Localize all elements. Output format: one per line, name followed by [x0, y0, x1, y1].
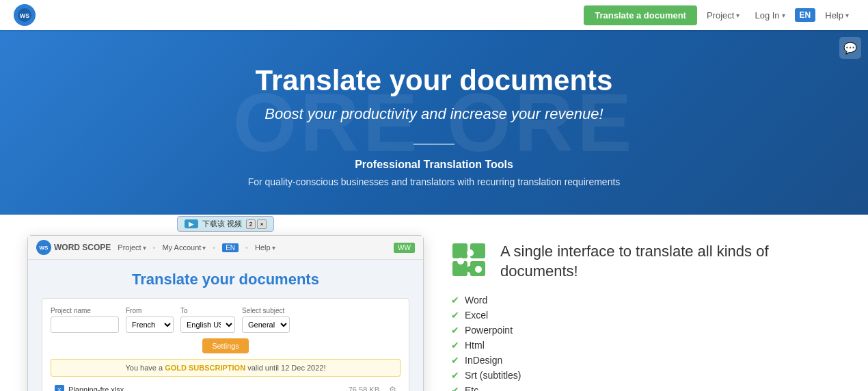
file-size-1: 76.58 KB: [349, 386, 379, 391]
check-icon: ✔: [451, 310, 459, 321]
hero-section: ORE ORE 💬 Translate your documents Boost…: [0, 30, 868, 215]
svg-point-7: [457, 258, 464, 265]
feature-list: ✔Word ✔Excel ✔Powerpoint ✔Html ✔InDesign…: [451, 295, 841, 391]
subject-group: Select subject General: [242, 307, 290, 333]
hero-subtitle: Boost your productivity and increase you…: [14, 105, 854, 123]
navbar-logo: WS: [14, 4, 38, 26]
feature-item-indesign: InDesign: [465, 355, 502, 366]
app-my-account-menu[interactable]: My Account ▾: [162, 243, 206, 252]
project-name-label: Project name: [51, 307, 119, 314]
app-logo-text: WORD SCOPE: [54, 243, 111, 252]
video-download-bar: ▶ 下载该 视频 2 ×: [177, 216, 274, 232]
main-navbar: WS Translate a document Project ▾ Log In…: [0, 0, 868, 30]
check-icon: ✔: [451, 295, 459, 306]
hero-divider: [413, 144, 455, 145]
feature-item-powerpoint: Powerpoint: [465, 325, 513, 336]
list-item: ✔Excel: [451, 310, 841, 321]
navbar-right: Translate a document Project ▾ Log In ▾ …: [584, 5, 854, 25]
login-chevron-icon: ▾: [782, 12, 785, 19]
puzzle-icon: [451, 242, 489, 280]
translation-form: Project name From French To: [42, 298, 409, 391]
video-play-button[interactable]: ▶: [185, 219, 198, 228]
feature-item-etc: Etc.: [465, 385, 481, 391]
app-my-account-label: My Account: [162, 243, 201, 252]
video-close-buttons: 2 ×: [246, 219, 267, 229]
feature-section: A single interface to translate all kind…: [451, 235, 841, 391]
from-label: From: [126, 307, 174, 314]
from-language-select[interactable]: French: [126, 316, 174, 333]
to-label: To: [180, 307, 235, 314]
app-inner-navbar: WS WORD SCOPE Project ▾ • My Account ▾ •…: [28, 236, 423, 260]
check-icon: ✔: [451, 340, 459, 351]
check-icon: ✔: [451, 385, 459, 391]
app-help-chevron-icon: ▾: [272, 244, 275, 252]
svg-point-6: [467, 250, 474, 256]
to-language-group: To English US: [180, 307, 235, 333]
login-label: Log In: [755, 10, 779, 21]
feature-item-srt: Srt (subtitles): [465, 370, 521, 381]
list-item: ✔InDesign: [451, 355, 841, 366]
gold-notice: You have a GOLD SUBSCRIPTION valid until…: [51, 359, 401, 377]
app-help-label: Help: [255, 243, 271, 252]
help-chevron-icon: ▾: [845, 12, 849, 19]
check-icon: ✔: [451, 325, 459, 336]
project-chevron-icon: ▾: [736, 12, 740, 19]
svg-rect-2: [452, 243, 467, 258]
help-menu[interactable]: Help ▾: [819, 7, 854, 24]
video-bar-label: 下载该 视频: [202, 219, 242, 229]
app-lang-badge[interactable]: EN: [222, 243, 239, 252]
video-minimize-button[interactable]: 2: [246, 219, 256, 229]
feature-title: A single interface to translate all kind…: [500, 242, 841, 281]
feature-item-html: Html: [465, 340, 485, 351]
app-logo-icon: WS: [36, 240, 51, 255]
app-project-label: Project: [118, 243, 141, 252]
gold-subscription-text: GOLD SUBSCRIPTION: [165, 364, 245, 372]
file-name-1: Planning-fre.xlsx: [68, 386, 344, 391]
project-label: Project: [707, 10, 734, 21]
app-window: WS WORD SCOPE Project ▾ • My Account ▾ •…: [27, 235, 424, 391]
app-account-chevron-icon: ▾: [202, 244, 206, 252]
subject-select[interactable]: General: [242, 316, 290, 333]
app-user-badge: WW: [394, 243, 415, 253]
app-inner-title: Translate your documents: [42, 271, 409, 288]
project-name-input[interactable]: [51, 316, 119, 333]
list-item: ✔Etc.: [451, 385, 841, 391]
language-badge[interactable]: EN: [795, 8, 816, 22]
hero-description: For quality-conscious businesses and tra…: [14, 176, 854, 187]
logo-icon: WS: [14, 4, 36, 26]
to-language-select[interactable]: English US: [180, 316, 235, 333]
project-menu[interactable]: Project ▾: [701, 7, 745, 24]
project-name-group: Project name: [51, 307, 119, 333]
check-icon: ✔: [451, 355, 459, 366]
svg-point-9: [467, 266, 474, 273]
app-logo: WS WORD SCOPE: [36, 240, 111, 255]
app-help-menu[interactable]: Help ▾: [255, 243, 275, 252]
translate-document-button[interactable]: Translate a document: [584, 5, 697, 25]
feature-item-word: Word: [465, 295, 487, 306]
list-item: ✔Powerpoint: [451, 325, 841, 336]
form-row-fields: Project name From French To: [51, 307, 401, 333]
login-button[interactable]: Log In ▾: [749, 7, 790, 24]
app-project-chevron-icon: ▾: [143, 244, 146, 252]
chat-icon: 💬: [839, 37, 861, 59]
from-language-group: From French: [126, 307, 174, 333]
help-label: Help: [825, 10, 843, 21]
settings-button[interactable]: Settings: [202, 338, 249, 353]
svg-point-8: [475, 266, 482, 273]
app-content-area: Translate your documents Project name Fr…: [28, 260, 423, 391]
feature-item-excel: Excel: [465, 310, 488, 321]
svg-text:WS: WS: [20, 12, 30, 19]
subject-label: Select subject: [242, 307, 290, 314]
hero-title: Translate your documents: [14, 64, 854, 97]
list-item: ✔Srt (subtitles): [451, 370, 841, 381]
app-project-menu[interactable]: Project ▾: [118, 243, 146, 252]
app-preview: ▶ 下载该 视频 2 × WS WORD SCOPE Project ▾ •: [27, 235, 424, 391]
file-remove-1[interactable]: ⚙: [389, 385, 396, 391]
hero-tools-label: Professional Translation Tools: [14, 159, 854, 171]
table-row: X Planning-fre.xlsx 76.58 KB ⚙: [51, 382, 401, 391]
list-item: ✔Word: [451, 295, 841, 306]
feature-top: A single interface to translate all kind…: [451, 242, 841, 281]
list-item: ✔Html: [451, 340, 841, 351]
video-close-button[interactable]: ×: [257, 219, 267, 229]
check-icon: ✔: [451, 370, 459, 381]
